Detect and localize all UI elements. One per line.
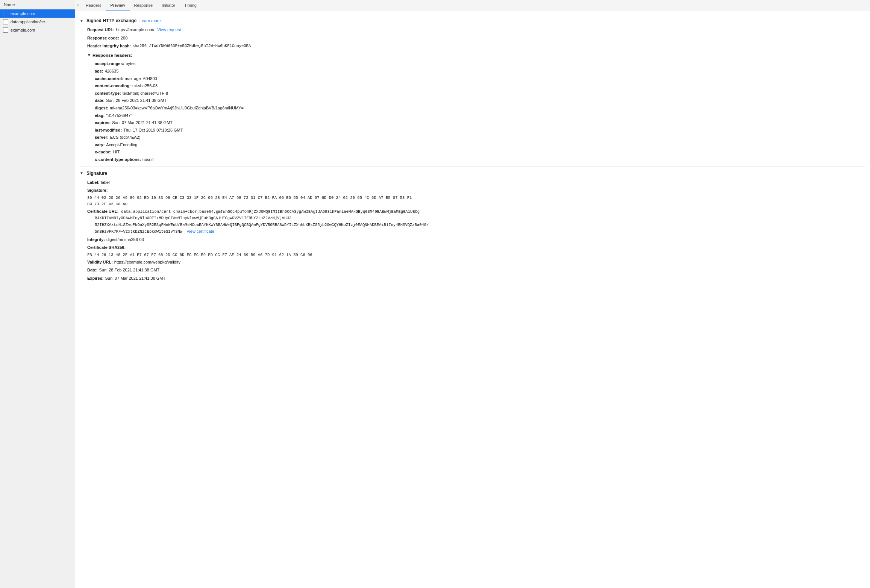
sidebar-item-data-app[interactable]: data:application/ce... xyxy=(0,18,75,26)
tab-preview[interactable]: Preview xyxy=(106,0,129,11)
file-icon-2 xyxy=(3,19,8,24)
header-field-row: x-content-type-options: nosniff xyxy=(80,156,865,164)
tab-headers[interactable]: Headers xyxy=(81,0,106,11)
request-url-value: https://example.com/ xyxy=(116,27,155,33)
header-integrity-label: Header integrity hash: xyxy=(87,43,131,50)
signed-http-exchange-title: Signed HTTP exchange xyxy=(86,17,136,24)
request-url-row: Request URL: https://example.com/ View r… xyxy=(80,26,865,34)
response-code-value: 200 xyxy=(121,35,127,42)
signature-header[interactable]: ▼ Signature xyxy=(80,170,865,177)
toggle-signature: ▼ xyxy=(80,170,83,176)
tab-headers-label: Headers xyxy=(86,3,102,8)
header-field-row: digest: mi-sha256-03=kcwVP6aOwYmA/j9JbUU… xyxy=(80,105,865,112)
sidebar-item-example-com-1[interactable]: example.com xyxy=(0,9,75,18)
file-icon-1 xyxy=(3,11,8,16)
header-field-label: server: xyxy=(95,134,109,141)
sig-signature-line2: B9 73 2E 42 C0 A0 xyxy=(80,201,865,208)
expires-row: Expires: Sun, 07 Mar 2021 21:41:38 GMT xyxy=(80,274,865,283)
header-field-label: cache-control: xyxy=(95,76,123,82)
response-code-label: Response code: xyxy=(87,35,119,42)
integrity-value: digest/mi-sha256-03 xyxy=(106,236,144,243)
date-value: Sun, 28 Feb 2021 21:41:38 GMT xyxy=(99,267,160,274)
cert-sha256-row: Certificate SHA256: xyxy=(80,244,865,252)
signed-http-exchange-header[interactable]: ▼ Signed HTTP exchange Learn more xyxy=(80,17,865,24)
header-field-value: mi-sha256-03 xyxy=(132,83,158,89)
toggle-response-headers: ▼ xyxy=(87,52,91,58)
header-field-label: x-content-type-options: xyxy=(95,156,141,163)
cert-sha256-value: FB 44 26 13 48 2F A1 E7 67 F7 68 2D C0 8… xyxy=(80,252,865,258)
cert-url-line3: 52IHZXAxtuNiSZvoPkOaXySR2ESqFNnWEuU/BaMs… xyxy=(87,223,429,227)
header-field-label: digest: xyxy=(95,105,108,112)
tab-preview-label: Preview xyxy=(110,3,125,8)
header-field-label: content-type: xyxy=(95,90,121,97)
validity-url-label: Validity URL: xyxy=(87,259,113,266)
header-field-value: Thu, 17 Oct 2019 07:18:26 GMT xyxy=(123,127,183,134)
tab-close-button[interactable]: × xyxy=(77,3,79,8)
header-field-value: ECS (dcb/7EA2) xyxy=(110,134,141,141)
tab-initiator[interactable]: Initiator xyxy=(157,0,180,11)
header-field-row: content-type: text/html; charset=UTF-8 xyxy=(80,90,865,97)
header-integrity-row: Header integrity hash: sha256-/IWdYDKW66… xyxy=(80,42,865,50)
header-field-row: x-cache: HIT xyxy=(80,149,865,156)
header-field-label: expires: xyxy=(95,120,111,126)
cert-url-line4: 5nBHzvFK7KF+VzxtkbZNzcEpkdW1teS1vY3Nw xyxy=(87,229,182,234)
cert-url-line1: data:application/cert-chain+cbor;base64,… xyxy=(121,209,420,214)
tab-timing[interactable]: Timing xyxy=(180,0,201,11)
sidebar-item-example-com-2[interactable]: example.com xyxy=(0,26,75,34)
sidebar-item-label-1: example.com xyxy=(11,11,35,16)
main-panel: × Headers Preview Response Initiator Tim… xyxy=(75,0,870,588)
response-code-row: Response code: 200 xyxy=(80,34,865,42)
header-field-row: etag: "3147526947" xyxy=(80,112,865,120)
header-field-row: last-modified: Thu, 17 Oct 2019 07:18:26… xyxy=(80,127,865,134)
expires-label: Expires: xyxy=(87,275,103,282)
sidebar-header: Name xyxy=(0,0,75,9)
header-field-value: max-age=604800 xyxy=(125,76,157,82)
header-field-label: x-cache: xyxy=(95,149,112,156)
header-field-value: Sun, 07 Mar 2021 21:41:38 GMT xyxy=(112,120,173,126)
header-field-value: HIT xyxy=(113,149,120,156)
header-integrity-value: sha256-/IWdYDKW663F+eRGZMdhwjEhIJW+Hw6hK… xyxy=(132,43,253,49)
header-field-label: vary: xyxy=(95,142,105,149)
tab-response-label: Response xyxy=(134,3,153,8)
header-field-label: last-modified: xyxy=(95,127,122,134)
request-url-label: Request URL: xyxy=(87,27,115,33)
response-headers-header[interactable]: ▼ Response headers: xyxy=(80,50,865,60)
header-field-row: content-encoding: mi-sha256-03 xyxy=(80,82,865,90)
preview-content: ▼ Signed HTTP exchange Learn more Reques… xyxy=(75,11,870,588)
header-field-row: expires: Sun, 07 Mar 2021 21:41:38 GMT xyxy=(80,119,865,127)
sig-signature-label: Signature: xyxy=(87,187,108,194)
date-row: Date: Sun, 28 Feb 2021 21:41:38 GMT xyxy=(80,266,865,274)
cert-url-block: Certificate URL: data:application/cert-c… xyxy=(80,208,865,236)
validity-url-value: https://example.com/webpkg/validity xyxy=(114,259,180,266)
header-field-row: age: 428635 xyxy=(80,68,865,75)
expires-value: Sun, 07 Mar 2021 21:41:38 GMT xyxy=(105,275,165,282)
date-label: Date: xyxy=(87,267,98,274)
header-field-value: mi-sha256-03=kcwVP6aOwYmA/j9JbUU0GbuiZdn… xyxy=(110,105,244,112)
sig-label-row: Label: label xyxy=(80,179,865,187)
sig-signature-row: Signature: xyxy=(80,186,865,195)
learn-more-link[interactable]: Learn more xyxy=(139,18,161,24)
header-field-row: accept-ranges: bytes xyxy=(80,60,865,68)
file-icon-3 xyxy=(3,27,8,33)
response-header-fields: accept-ranges: bytesage: 428635cache-con… xyxy=(80,60,865,163)
validity-url-row: Validity URL: https://example.com/webpkg… xyxy=(80,258,865,267)
header-field-row: server: ECS (dcb/7EA2) xyxy=(80,134,865,141)
view-request-link[interactable]: View request xyxy=(157,27,181,33)
signature-title: Signature xyxy=(86,170,107,177)
header-field-value: nosniff xyxy=(142,156,155,163)
sidebar-item-label-3: example.com xyxy=(11,28,35,32)
tab-response[interactable]: Response xyxy=(130,0,158,11)
header-field-label: etag: xyxy=(95,112,105,119)
response-headers-title: Response headers: xyxy=(92,52,132,59)
integrity-label: Integrity: xyxy=(87,236,105,243)
view-certificate-link[interactable]: View certificate xyxy=(186,229,214,233)
header-field-label: date: xyxy=(95,97,105,104)
tab-initiator-label: Initiator xyxy=(162,3,175,8)
header-field-row: vary: Accept-Encoding xyxy=(80,141,865,149)
sidebar: Name example.com data:application/ce... … xyxy=(0,0,75,588)
header-field-value: bytes xyxy=(126,61,135,67)
header-field-row: date: Sun, 28 Feb 2021 21:41:38 GMT xyxy=(80,97,865,105)
header-field-value: text/html; charset=UTF-8 xyxy=(123,90,168,97)
integrity-row: Integrity: digest/mi-sha256-03 xyxy=(80,236,865,244)
header-field-label: content-encoding: xyxy=(95,83,131,89)
